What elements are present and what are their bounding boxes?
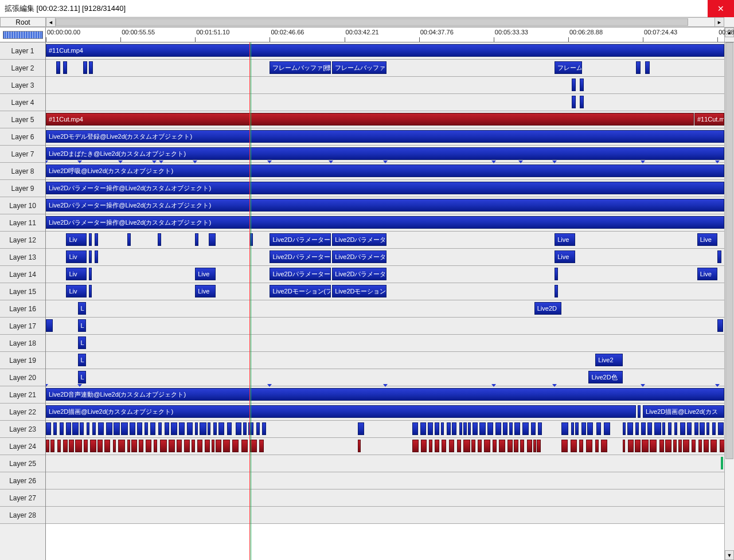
segment-clip[interactable] — [179, 422, 185, 435]
keyframe-marker-icon[interactable] — [641, 160, 645, 163]
segment-clip[interactable] — [216, 440, 221, 452]
layer-label[interactable]: Layer 11 — [0, 214, 45, 232]
layer-label[interactable]: Layer 18 — [0, 335, 45, 352]
video-clip[interactable] — [89, 61, 93, 74]
segment-clip[interactable] — [259, 440, 264, 452]
timeline-track[interactable]: LLive2 — [46, 352, 724, 369]
segment-clip[interactable] — [171, 422, 177, 435]
segment-clip[interactable] — [628, 440, 634, 452]
segment-clip[interactable] — [478, 440, 482, 452]
video-clip[interactable] — [638, 405, 641, 418]
layer-label[interactable]: Layer 2 — [0, 60, 45, 77]
horizontal-scrollbar[interactable]: ◄ ► — [46, 17, 724, 27]
segment-clip[interactable] — [137, 422, 142, 435]
video-clip[interactable]: Live2Dパラメーター操作@Live2d(カスタムオブジェクト) — [46, 199, 724, 212]
audio-clip[interactable]: #11Cut.mp4 — [694, 113, 724, 126]
video-clip[interactable]: Live2Dモデル登録@Live2d(カスタムオブジェクト) — [46, 130, 724, 143]
segment-clip[interactable] — [471, 440, 475, 452]
segment-clip[interactable] — [623, 440, 626, 452]
video-clip[interactable]: Live2Dパラメーター操 — [270, 233, 330, 246]
segment-clip[interactable] — [113, 440, 116, 452]
video-clip[interactable]: Liv — [66, 285, 86, 297]
timeline-track[interactable]: Live2Dモデル登録@Live2d(カスタムオブジェクト) — [46, 128, 724, 146]
segment-clip[interactable] — [647, 422, 652, 435]
segment-clip[interactable] — [718, 422, 723, 435]
layer-label[interactable]: Layer 16 — [0, 300, 45, 318]
timeline-track[interactable]: LivLiveLive2Dモーション(フLive2Dモーション — [46, 283, 724, 300]
segment-clip[interactable] — [66, 422, 71, 435]
timeline-track[interactable] — [46, 438, 724, 455]
segment-clip[interactable] — [495, 422, 501, 435]
timeline-track[interactable]: Live2Dパラメーター操作@Live2d(カスタムオブジェクト) — [46, 180, 724, 197]
video-clip[interactable]: Live2Dパラメーター操作@Live2d(カスタムオブジェクト) — [46, 182, 724, 194]
segment-clip[interactable] — [118, 440, 125, 452]
segment-clip[interactable] — [596, 422, 602, 435]
segment-clip[interactable] — [421, 440, 427, 452]
keyframe-marker-icon[interactable] — [491, 160, 496, 163]
layer-label[interactable]: Layer 21 — [0, 386, 45, 404]
video-clip[interactable] — [83, 61, 87, 74]
video-clip[interactable]: フレーム — [555, 61, 581, 74]
playhead[interactable] — [249, 42, 250, 560]
segment-clip[interactable] — [145, 422, 147, 435]
keyframe-marker-icon[interactable] — [383, 384, 388, 387]
video-clip[interactable]: #11Cut.mp4 — [46, 44, 724, 57]
timeline-track[interactable]: LLive2D — [46, 300, 724, 318]
keyframe-marker-icon[interactable] — [267, 160, 272, 163]
vscroll-thumb[interactable] — [725, 42, 733, 459]
segment-clip[interactable] — [160, 440, 167, 452]
hscroll-right-arrow[interactable]: ► — [715, 17, 724, 27]
segment-clip[interactable] — [507, 440, 513, 452]
video-clip[interactable]: L — [78, 319, 86, 332]
segment-clip[interactable] — [571, 422, 574, 435]
layer-label[interactable]: Layer 26 — [0, 472, 45, 489]
timeline-track[interactable]: #11Cut.mp4 — [46, 42, 724, 60]
keyframe-marker-icon[interactable] — [491, 384, 496, 387]
keyframe-marker-icon[interactable] — [552, 384, 557, 387]
timeline-track[interactable] — [46, 472, 724, 489]
layer-label[interactable]: Layer 8 — [0, 163, 45, 180]
segment-clip[interactable] — [130, 422, 135, 435]
video-clip[interactable] — [95, 233, 98, 246]
segment-clip[interactable] — [561, 422, 568, 435]
video-clip[interactable]: Live2D呼吸@Live2d(カスタムオブジェクト) — [46, 165, 724, 177]
keyframe-marker-icon[interactable] — [159, 160, 163, 163]
video-clip[interactable] — [717, 319, 723, 332]
layer-label[interactable]: Layer 20 — [0, 369, 45, 386]
layer-label[interactable]: Layer 10 — [0, 197, 45, 214]
video-clip[interactable]: Live2D描画@Live2d(カスタムオブジェクト) — [46, 405, 636, 418]
segment-clip[interactable] — [177, 440, 182, 452]
layer-label[interactable]: Layer 17 — [0, 318, 45, 335]
layer-label[interactable]: Layer 23 — [0, 421, 45, 438]
timeline-track[interactable]: LivLive2Dパラメーター操Live2DパラメータLiveLive — [46, 232, 724, 249]
segment-clip[interactable] — [531, 422, 536, 435]
video-clip[interactable]: Live2D描画@Live2d(カス — [643, 405, 724, 418]
segment-clip[interactable] — [213, 422, 217, 435]
timeline-track[interactable]: Live2D描画@Live2d(カスタムオブジェクト)Live2D描画@Live… — [46, 404, 724, 421]
video-clip[interactable]: Live2Dパラメータ — [332, 233, 386, 246]
segment-clip[interactable] — [579, 440, 583, 452]
segment-clip[interactable] — [586, 440, 592, 452]
segment-clip[interactable] — [587, 422, 593, 435]
timeline-track[interactable]: LivLive2Dパラメーター操Live2DパラメータLive — [46, 249, 724, 266]
segment-clip[interactable] — [473, 422, 478, 435]
segment-clip[interactable] — [561, 440, 568, 452]
segment-clip[interactable] — [50, 440, 55, 452]
timeline-track[interactable]: Live2Dパラメーター操作@Live2d(カスタムオブジェクト) — [46, 197, 724, 214]
keyframe-marker-icon[interactable] — [77, 384, 82, 387]
layer-label[interactable]: Layer 7 — [0, 146, 45, 163]
segment-clip[interactable] — [92, 422, 96, 435]
keyframe-marker-icon[interactable] — [267, 384, 272, 387]
segment-clip[interactable] — [493, 440, 497, 452]
segment-clip[interactable] — [463, 440, 470, 452]
video-clip[interactable]: Live2Dパラメーター操 — [270, 268, 330, 280]
keyframe-marker-icon[interactable] — [641, 384, 645, 387]
video-clip[interactable] — [56, 61, 60, 74]
video-clip[interactable] — [580, 96, 584, 108]
video-clip[interactable] — [572, 96, 576, 108]
segment-clip[interactable] — [60, 422, 64, 435]
segment-clip[interactable] — [641, 422, 646, 435]
segment-clip[interactable] — [97, 440, 103, 452]
segment-clip[interactable] — [520, 440, 524, 452]
segment-clip[interactable] — [46, 422, 51, 435]
